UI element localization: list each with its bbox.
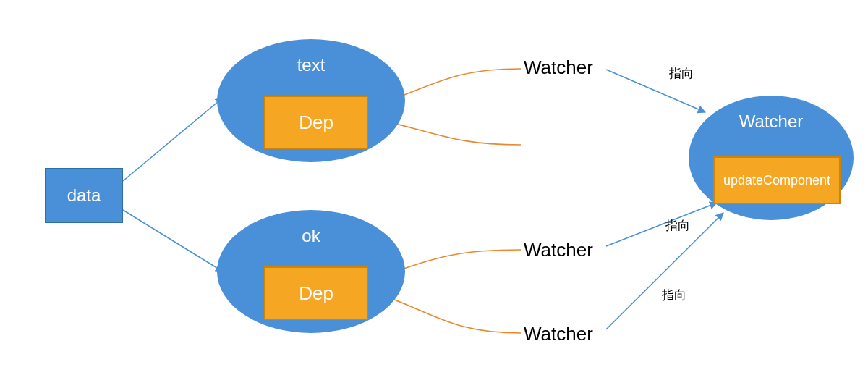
watcher-label-3: Watcher [524,323,593,345]
arrow-data-to-text [123,98,223,181]
update-component-label: updateComponent [723,173,830,188]
watcher-ellipse-title: Watcher [739,111,803,132]
text-dep-box: Dep [264,96,368,149]
ok-dep-box: Dep [264,266,368,320]
arrow-watcher3-to-watcher-ellipse [606,213,723,329]
ok-dep-label: Dep [299,282,333,305]
pointing-label-2: 指向 [665,217,690,234]
text-dep-label: Dep [299,111,333,134]
diagram-stage: data text Dep ok Dep Watcher updateCompo… [0,0,868,383]
arrow-data-to-ok [123,210,223,272]
watcher-label-2: Watcher [524,239,593,261]
watcher-label-1: Watcher [524,56,593,79]
ok-ellipse-title: ok [302,226,320,246]
ok-ellipse: ok Dep [217,210,405,333]
text-ellipse: text Dep [217,39,405,162]
pointing-label-1: 指向 [669,65,694,82]
arrow-watcher2-to-watcher-ellipse [606,203,717,246]
text-ellipse-title: text [297,55,326,75]
update-component-box: updateComponent [713,156,841,204]
data-node: data [45,168,123,223]
watcher-ellipse: Watcher updateComponent [689,96,854,220]
pointing-label-3: 指向 [662,287,686,303]
data-node-label: data [67,185,101,206]
